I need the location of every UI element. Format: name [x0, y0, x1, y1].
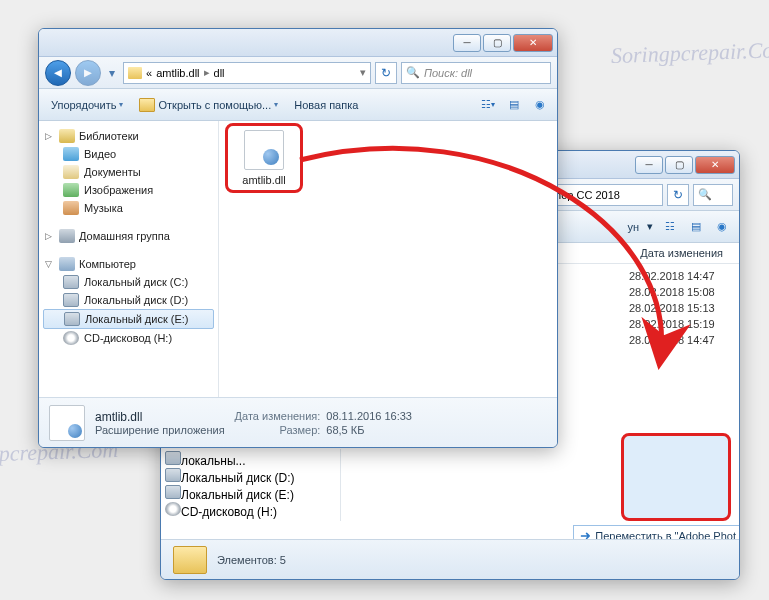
search-input[interactable]: 🔍 Поиск: dll	[401, 62, 551, 84]
refresh-button[interactable]: ↻	[667, 184, 689, 206]
cd-icon	[165, 502, 181, 516]
search-input[interactable]: 🔍	[693, 184, 733, 206]
open-with-menu[interactable]: Открыть с помощью...▾	[135, 96, 282, 114]
sidebar-item-drive[interactable]: локальны...	[165, 451, 336, 468]
refresh-button[interactable]: ↻	[375, 62, 397, 84]
watermark: Soringpcrepair.Com	[610, 37, 769, 69]
drive-icon	[165, 451, 181, 465]
sidebar-item-pictures[interactable]: Изображения	[43, 181, 214, 199]
new-folder-button[interactable]: Новая папка	[290, 97, 362, 113]
view-layout-icon[interactable]: ☷ ▾	[479, 96, 497, 114]
cd-icon	[63, 331, 79, 345]
drive-icon	[63, 275, 79, 289]
status-bar: Элементов: 5	[161, 539, 739, 579]
details-size-value: 68,5 КБ	[326, 424, 412, 436]
toolbar: Упорядочить▾ Открыть с помощью...▾ Новая…	[39, 89, 557, 121]
search-icon: 🔍	[406, 66, 420, 79]
close-button[interactable]: ✕	[513, 34, 553, 52]
folder-icon	[173, 546, 207, 574]
drive-icon	[64, 312, 80, 326]
titlebar[interactable]: ─ ▢ ✕	[39, 29, 557, 57]
address-bar[interactable]: « amtlib.dll ▸ dll ▾	[123, 62, 371, 84]
libraries-icon	[59, 129, 75, 143]
sidebar-partial: локальны... Локальный диск (D:) Локальны…	[161, 449, 341, 521]
sidebar-item-drive-d[interactable]: Локальный диск (D:)	[165, 468, 336, 485]
open-icon	[139, 98, 155, 112]
music-icon	[63, 201, 79, 215]
toolbar-text: ун	[627, 221, 639, 233]
col-modified[interactable]: Дата изменения	[632, 247, 731, 259]
details-pane: amtlib.dll Расширение приложения Дата из…	[39, 397, 557, 447]
details-filename: amtlib.dll	[95, 410, 225, 424]
sidebar-item-drive-h[interactable]: CD-дисковод (H:)	[165, 502, 336, 519]
sidebar-group-computer[interactable]: ▽Компьютер	[43, 255, 214, 273]
homegroup-icon	[59, 229, 75, 243]
computer-icon	[59, 257, 75, 271]
sidebar-item-drive-c[interactable]: Локальный диск (C:)	[43, 273, 214, 291]
help-icon[interactable]: ◉	[713, 218, 731, 236]
file-label: amtlib.dll	[242, 174, 285, 186]
forward-button[interactable]: ►	[75, 60, 101, 86]
drive-icon	[63, 293, 79, 307]
dll-file-icon	[244, 130, 284, 170]
move-arrow-icon: ➜	[580, 528, 591, 539]
document-icon	[63, 165, 79, 179]
sidebar-group-libraries[interactable]: ▷Библиотеки	[43, 127, 214, 145]
view-layout-icon[interactable]: ☷	[661, 218, 679, 236]
sidebar-item-videos[interactable]: Видео	[43, 145, 214, 163]
video-icon	[63, 147, 79, 161]
sidebar-item-drive-h[interactable]: CD-дисковод (H:)	[43, 329, 214, 347]
details-modified-label: Дата изменения:	[235, 410, 321, 422]
dll-file-icon	[49, 405, 85, 441]
minimize-button[interactable]: ─	[453, 34, 481, 52]
history-dropdown[interactable]: ▾	[105, 63, 119, 83]
file-view[interactable]: amtlib.dll	[219, 121, 557, 397]
minimize-button[interactable]: ─	[635, 156, 663, 174]
details-filetype: Расширение приложения	[95, 424, 225, 436]
search-icon: 🔍	[698, 188, 712, 201]
breadcrumb-item[interactable]: amtlib.dll	[156, 67, 199, 79]
sidebar-item-drive-e[interactable]: Локальный диск (E:)	[165, 485, 336, 502]
details-modified-value: 08.11.2016 16:33	[326, 410, 412, 422]
organize-menu[interactable]: Упорядочить▾	[47, 97, 127, 113]
close-button[interactable]: ✕	[695, 156, 735, 174]
explorer-window-source: ─ ▢ ✕ ◄ ► ▾ « amtlib.dll ▸ dll ▾ ↻ 🔍 Пои…	[38, 28, 558, 448]
drive-icon	[165, 468, 181, 482]
sidebar-item-music[interactable]: Музыка	[43, 199, 214, 217]
maximize-button[interactable]: ▢	[665, 156, 693, 174]
chevron-right-icon: ▸	[204, 66, 210, 79]
breadcrumb-prefix: «	[146, 67, 152, 79]
help-icon[interactable]: ◉	[531, 96, 549, 114]
dropdown-icon[interactable]: ▾	[360, 66, 366, 79]
item-count: Элементов: 5	[217, 554, 286, 566]
sidebar-item-drive-d[interactable]: Локальный диск (D:)	[43, 291, 214, 309]
details-size-label: Размер:	[235, 424, 321, 436]
drop-target-highlight	[621, 433, 731, 521]
pictures-icon	[63, 183, 79, 197]
file-amtlib-dll[interactable]: amtlib.dll	[225, 123, 303, 193]
maximize-button[interactable]: ▢	[483, 34, 511, 52]
view-options-icon[interactable]: ▤	[687, 218, 705, 236]
move-tooltip: ➜ Переместить в "Adobe Phot	[573, 525, 739, 539]
breadcrumb-item[interactable]: dll	[214, 67, 225, 79]
sidebar-item-documents[interactable]: Документы	[43, 163, 214, 181]
drive-icon	[165, 485, 181, 499]
back-button[interactable]: ◄	[45, 60, 71, 86]
sidebar-item-drive-e[interactable]: Локальный диск (E:)	[43, 309, 214, 329]
folder-icon	[128, 67, 142, 79]
navigation-sidebar: ▷Библиотеки Видео Документы Изображения …	[39, 121, 219, 397]
preview-pane-icon[interactable]: ▤	[505, 96, 523, 114]
sidebar-group-homegroup[interactable]: ▷Домашняя группа	[43, 227, 214, 245]
navbar: ◄ ► ▾ « amtlib.dll ▸ dll ▾ ↻ 🔍 Поиск: dl…	[39, 57, 557, 89]
